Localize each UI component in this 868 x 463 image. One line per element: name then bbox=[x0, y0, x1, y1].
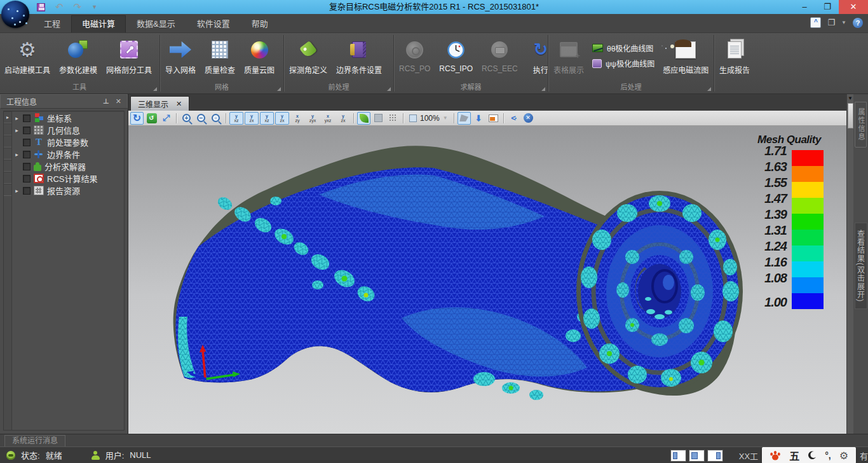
group-expand-icon[interactable] bbox=[541, 87, 545, 91]
induced-em-current-map-button[interactable]: 感应电磁流图 bbox=[658, 35, 713, 76]
quality-cloud-button[interactable]: 质量云图 bbox=[240, 35, 279, 76]
properties-panel-tab[interactable]: 属性信息 bbox=[855, 102, 867, 148]
3d-canvas[interactable]: Mesh Quality 1.71 1.63 1.55 1.47 1.39 1.… bbox=[128, 126, 846, 434]
tab-em-compute[interactable]: 电磁计算 bbox=[71, 15, 126, 32]
checkbox[interactable] bbox=[23, 175, 31, 183]
tab-close-icon[interactable]: ✕ bbox=[176, 100, 182, 108]
zoom-fit-button[interactable]: ▫ bbox=[209, 112, 222, 125]
window-style-icon[interactable]: ❐ bbox=[827, 18, 835, 27]
launch-modeling-tool-button[interactable]: ⚙ 启动建模工具 bbox=[0, 35, 55, 76]
generate-report-button[interactable]: 生成报告 bbox=[715, 35, 754, 76]
tab-data-display[interactable]: 数据&显示 bbox=[126, 15, 186, 32]
group-expand-icon[interactable] bbox=[387, 87, 391, 91]
checkbox[interactable] bbox=[23, 187, 31, 195]
checkbox[interactable] bbox=[23, 127, 31, 134]
window-style-dropdown-icon[interactable]: ▼ bbox=[841, 20, 846, 25]
app-logo-icon[interactable] bbox=[1, 1, 29, 28]
pin-icon[interactable]: ⊥ bbox=[103, 97, 109, 106]
dial-icon bbox=[406, 41, 423, 59]
ime-mode-char[interactable]: 五 bbox=[789, 448, 799, 463]
view-right-button[interactable]: yzx bbox=[275, 112, 289, 125]
tab-project[interactable]: 工程 bbox=[33, 15, 71, 32]
minimize-button[interactable]: – bbox=[793, 0, 816, 14]
ime-toolbar[interactable]: 五 °, ⚙ bbox=[762, 447, 856, 463]
expander-icon[interactable]: ▸ bbox=[14, 188, 20, 194]
rotate-view-button[interactable]: ↻ bbox=[130, 112, 144, 125]
table-window-icon bbox=[560, 42, 578, 57]
orbit-button[interactable]: ↺ bbox=[145, 112, 158, 125]
group-expand-icon[interactable] bbox=[153, 87, 157, 91]
boundary-condition-button[interactable]: 边界条件设置 bbox=[332, 35, 386, 76]
table-display-button[interactable]: 表格展示 bbox=[549, 35, 588, 76]
group-expand-icon[interactable] bbox=[277, 87, 281, 91]
group-expand-icon[interactable] bbox=[707, 87, 711, 91]
collapse-ribbon-icon[interactable]: ^ bbox=[810, 17, 821, 28]
shaded-view-button[interactable] bbox=[357, 112, 370, 125]
tree-item-analysis-solver[interactable]: 分析求解器 bbox=[12, 160, 124, 172]
mesh-partition-tool-button[interactable]: 网格剖分工具 bbox=[102, 35, 156, 76]
pan-button[interactable]: ⤢ bbox=[159, 112, 173, 125]
layout-two-pane-button[interactable] bbox=[689, 450, 704, 461]
ime-punctuation[interactable]: °, bbox=[825, 450, 831, 460]
expander-icon[interactable]: ▸ bbox=[14, 115, 20, 121]
close-button[interactable]: ✕ bbox=[839, 0, 868, 14]
tree-item-boundary-conditions[interactable]: ▸ 边界条件 bbox=[12, 148, 124, 160]
checkbox[interactable] bbox=[23, 151, 31, 158]
view-top-button[interactable]: xzy bbox=[290, 112, 304, 125]
rcs-eec-button[interactable]: RCS_EEC bbox=[477, 35, 522, 74]
rcs-po-button[interactable]: RCS_PO bbox=[395, 35, 435, 74]
tree-item-report-resources[interactable]: ▸ 报告资源 bbox=[12, 184, 124, 197]
view-results-tab[interactable]: 查看结果(双击展开) bbox=[855, 223, 867, 309]
status-label: 状态: bbox=[21, 449, 40, 461]
viewport-scrollbar[interactable]: ▼ bbox=[846, 94, 853, 434]
share-view-button[interactable]: <· bbox=[507, 112, 520, 125]
ribbon-group-report: 生成报告 bbox=[715, 33, 770, 93]
import-mesh-button[interactable]: 导入网格 bbox=[161, 35, 200, 76]
system-messages-tab[interactable]: 系统运行消息 bbox=[4, 435, 65, 446]
tab-settings[interactable]: 软件设置 bbox=[186, 15, 241, 32]
tree-item-preprocess-params[interactable]: T 前处理参数 bbox=[12, 136, 124, 148]
quality-check-button[interactable]: 质量检查 bbox=[200, 35, 240, 76]
wireframe-view-button[interactable] bbox=[372, 112, 385, 125]
view-iso-button[interactable]: xyxz bbox=[321, 112, 335, 125]
ime-settings-gear-icon[interactable]: ⚙ bbox=[839, 450, 848, 462]
tree-item-geometry-info[interactable]: ▸ 几何信息 bbox=[12, 124, 124, 136]
tab-help[interactable]: 帮助 bbox=[241, 15, 279, 32]
zoom-level-select[interactable]: 100% ▼ bbox=[407, 114, 451, 123]
layout-one-pane-button[interactable] bbox=[671, 450, 686, 461]
drop-down-button[interactable]: ⬇ bbox=[472, 112, 485, 125]
tree-item-rcs-results[interactable]: RCS计算结果 bbox=[12, 172, 124, 184]
toolbar-overflow-icon[interactable]: ▼ bbox=[848, 95, 853, 101]
layout-window-button[interactable] bbox=[487, 112, 500, 125]
book-icon bbox=[352, 41, 366, 58]
expander-icon[interactable]: ▸ bbox=[14, 151, 20, 158]
view-left-button[interactable]: yxz bbox=[260, 112, 274, 125]
help-icon[interactable]: ? bbox=[853, 18, 863, 28]
restore-button[interactable]: ❐ bbox=[816, 0, 839, 14]
pick-surface-button[interactable] bbox=[458, 112, 471, 125]
theta-polar-curve-button[interactable]: θθ极化曲线图 bbox=[592, 43, 654, 53]
ime-paw-icon[interactable] bbox=[770, 450, 781, 460]
view-bottom-button[interactable]: yzyx bbox=[306, 112, 320, 125]
rcs-ipo-button[interactable]: RCS_IPO bbox=[435, 35, 477, 74]
tree-item-coordinate-system[interactable]: ▸ 坐标系 bbox=[12, 112, 124, 124]
ime-moon-icon[interactable] bbox=[808, 451, 817, 460]
psi-polar-curve-button[interactable]: ψψ极化曲线图 bbox=[592, 58, 654, 69]
view-iso2-button[interactable]: yzx bbox=[336, 112, 350, 125]
view-back-button[interactable]: yzx bbox=[245, 112, 259, 125]
points-view-button[interactable] bbox=[386, 112, 400, 125]
panel-close-icon[interactable]: ✕ bbox=[116, 97, 121, 106]
scrollbar-thumb[interactable] bbox=[848, 103, 853, 128]
zoom-out-button[interactable]: − bbox=[194, 112, 208, 125]
tab-3d-display[interactable]: 三维显示 ✕ bbox=[130, 96, 189, 111]
parametric-modeling-button[interactable]: 参数化建模 bbox=[55, 35, 102, 76]
checkbox[interactable] bbox=[23, 139, 31, 146]
expander-icon[interactable]: ▸ bbox=[14, 127, 20, 134]
zoom-in-button[interactable]: + bbox=[180, 112, 193, 125]
layout-bottom-pane-button[interactable] bbox=[708, 450, 722, 461]
view-front-button[interactable]: yxz bbox=[229, 112, 243, 125]
checkbox[interactable] bbox=[23, 163, 31, 170]
checkbox[interactable] bbox=[23, 114, 31, 122]
cancel-view-button[interactable]: ✕ bbox=[522, 112, 535, 125]
probe-angle-button[interactable]: 探测角定义 bbox=[285, 35, 332, 76]
